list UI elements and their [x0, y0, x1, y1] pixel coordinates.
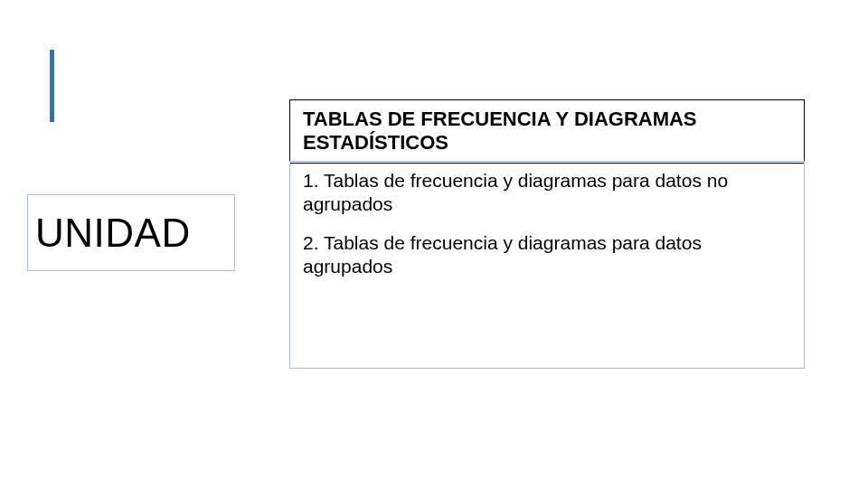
unit-label: UNIDAD	[35, 211, 191, 256]
content-item-2: 2. Tablas de frecuencia y diagramas para…	[303, 231, 791, 279]
title-box: TABLAS DE FRECUENCIA Y DIAGRAMAS ESTADÍS…	[289, 99, 805, 164]
content-item-1: 1. Tablas de frecuencia y diagramas para…	[303, 169, 791, 217]
accent-bar	[50, 50, 54, 122]
unit-box: UNIDAD	[27, 194, 235, 271]
content-box: 1. Tablas de frecuencia y diagramas para…	[289, 161, 805, 369]
slide-title: TABLAS DE FRECUENCIA Y DIAGRAMAS ESTADÍS…	[303, 108, 791, 155]
slide: UNIDAD TABLAS DE FRECUENCIA Y DIAGRAMAS …	[0, 0, 868, 488]
